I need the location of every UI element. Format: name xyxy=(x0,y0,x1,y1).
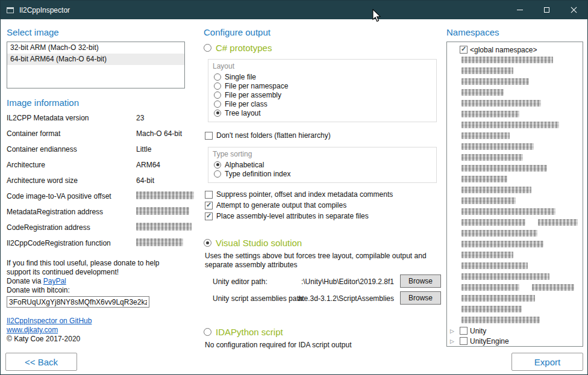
redacted-namespace xyxy=(461,143,534,150)
checkbox[interactable] xyxy=(460,46,468,54)
redacted-namespace xyxy=(461,197,516,204)
list-item[interactable]: 64-bit ARM64 (Mach-O 64-bit) xyxy=(7,54,184,65)
info-row: Architecture word size64-bit xyxy=(7,176,185,192)
redacted-namespace xyxy=(461,78,529,85)
redacted-namespace xyxy=(461,208,555,215)
checkbox[interactable] xyxy=(205,202,213,209)
radio-option[interactable]: Type definition index xyxy=(214,169,431,178)
radio-button[interactable] xyxy=(214,91,221,99)
redacted-namespace xyxy=(461,111,519,117)
redacted-namespace xyxy=(461,132,510,139)
radio-button[interactable] xyxy=(204,239,211,247)
select-image-section: Select image 32-bit ARM (Mach-O 32-bit)6… xyxy=(7,27,185,344)
radio-button[interactable] xyxy=(214,170,221,178)
radio-button[interactable] xyxy=(204,44,211,52)
checkbox-option[interactable]: Place assembly-level attributes in separ… xyxy=(205,211,441,222)
vs-fields: Unity editor path::\Unity\Hub\Editor\201… xyxy=(204,274,441,308)
app-icon xyxy=(6,6,14,14)
expander-icon[interactable]: ▷ xyxy=(450,338,457,345)
window-controls xyxy=(506,1,587,19)
radio-button[interactable] xyxy=(214,73,221,81)
info-label: Code image-to-VA positive offset xyxy=(7,192,111,200)
select-image-heading: Select image xyxy=(7,27,185,37)
redacted-namespace xyxy=(461,176,507,182)
bitcoin-label: Donate with bitcoin: xyxy=(7,286,185,295)
back-button[interactable]: << Back xyxy=(5,353,77,371)
redacted-value xyxy=(136,207,189,215)
bitcoin-address-input[interactable] xyxy=(7,296,149,308)
radio-option[interactable]: File per assembly xyxy=(214,90,431,99)
flatten-checkbox-slot: Don't nest folders (flatten hierarchy) xyxy=(205,130,441,141)
checkbox-option[interactable]: Suppress pointer, offset and index metad… xyxy=(205,189,441,200)
paypal-line: Donate via PayPal xyxy=(7,277,185,286)
info-row: Container formatMach-O 64-bit xyxy=(7,129,185,145)
radio-label: File per namespace xyxy=(225,82,288,90)
redacted-namespace xyxy=(461,317,540,323)
checkbox-option[interactable]: Don't nest folders (flatten hierarchy) xyxy=(205,130,441,141)
radio-button[interactable] xyxy=(214,110,221,117)
paypal-link[interactable]: PayPal xyxy=(43,277,66,285)
radio-button[interactable] xyxy=(214,101,221,108)
radio-option[interactable]: File per namespace xyxy=(214,81,431,90)
path-field-row: Unity editor path::\Unity\Hub\Editor\201… xyxy=(204,274,441,291)
export-button[interactable]: Export xyxy=(511,353,583,371)
checkbox-option[interactable]: Attempt to generate output that compiles xyxy=(205,200,441,211)
checkbox[interactable] xyxy=(205,212,213,220)
checkbox-label: Don't nest folders (flatten hierarchy) xyxy=(216,131,331,140)
namespace-item[interactable]: ▷UnityEngine xyxy=(450,336,581,346)
redacted-namespace xyxy=(461,187,531,193)
info-value: Little xyxy=(136,145,151,153)
namespaces-panel[interactable]: <global namespace>▷Unity▷UnityEngineUnit… xyxy=(446,42,583,347)
info-value: Mach-O 64-bit xyxy=(136,129,182,138)
redacted-namespace xyxy=(461,57,553,63)
sorting-options: AlphabeticalType definition index xyxy=(214,160,431,178)
checkbox[interactable] xyxy=(460,337,468,345)
radio-option[interactable]: Tree layout xyxy=(214,108,431,117)
info-label: Architecture word size xyxy=(7,176,78,185)
namespace-item[interactable]: ▷Unity xyxy=(450,326,581,335)
image-listbox[interactable]: 32-bit ARM (Mach-O 32-bit)64-bit ARM64 (… xyxy=(7,42,185,88)
checkbox-label: Attempt to generate output that compiles xyxy=(216,201,346,209)
checkbox[interactable] xyxy=(205,132,213,140)
csharp-prototypes-option[interactable]: C# prototypes xyxy=(204,43,441,53)
csharp-prototypes-label: C# prototypes xyxy=(216,43,272,53)
visual-studio-option[interactable]: Visual Studio solution xyxy=(204,238,441,248)
redacted-namespace xyxy=(461,241,543,247)
ida-description: No configuration required for IDA script… xyxy=(205,341,436,350)
path-value: :\Unity\Hub\Editor\2019.2.8f1 xyxy=(301,277,394,286)
redacted-namespace xyxy=(461,262,528,269)
idapython-option[interactable]: IDAPython script xyxy=(204,327,441,337)
path-field-row: Unity script assemblies path:ate.3d-3.1.… xyxy=(204,291,441,308)
redacted-namespace xyxy=(538,219,578,226)
maximize-button[interactable] xyxy=(533,1,560,19)
checkbox[interactable] xyxy=(460,327,468,335)
minimize-button[interactable] xyxy=(506,1,533,19)
redacted-namespace xyxy=(461,230,537,237)
redacted-namespace xyxy=(461,273,549,280)
info-row: Code image-to-VA positive offset xyxy=(7,192,185,208)
list-item[interactable]: 32-bit ARM (Mach-O 32-bit) xyxy=(7,42,184,54)
info-label: Container format xyxy=(7,129,60,138)
app-window: Il2CppInspector Select image 32-bit ARM … xyxy=(0,0,588,375)
github-link[interactable]: Il2CppInspector on GitHub xyxy=(7,317,92,325)
namespaces-heading: Namespaces xyxy=(446,27,583,37)
layout-options: Single fileFile per namespaceFile per as… xyxy=(214,72,431,117)
radio-option[interactable]: Single file xyxy=(214,72,431,81)
expander-icon[interactable]: ▷ xyxy=(450,327,457,335)
close-button[interactable] xyxy=(560,1,587,19)
browse-button[interactable]: Browse xyxy=(400,291,441,305)
radio-option[interactable]: File per class xyxy=(214,99,431,108)
radio-button[interactable] xyxy=(214,82,221,90)
redacted-value xyxy=(136,238,183,246)
website-link[interactable]: www.djkaty.com xyxy=(7,326,58,334)
radio-option[interactable]: Alphabetical xyxy=(214,160,431,169)
donate-message: If you find this tool useful, please don… xyxy=(7,259,184,277)
redacted-namespace xyxy=(461,252,513,258)
checkbox[interactable] xyxy=(205,191,213,199)
browse-button[interactable]: Browse xyxy=(400,274,441,288)
info-value: 64-bit xyxy=(136,176,154,185)
namespace-item[interactable]: <global namespace> xyxy=(450,45,581,54)
radio-button[interactable] xyxy=(204,328,211,336)
radio-button[interactable] xyxy=(214,161,221,169)
window-title: Il2CppInspector xyxy=(19,6,70,14)
